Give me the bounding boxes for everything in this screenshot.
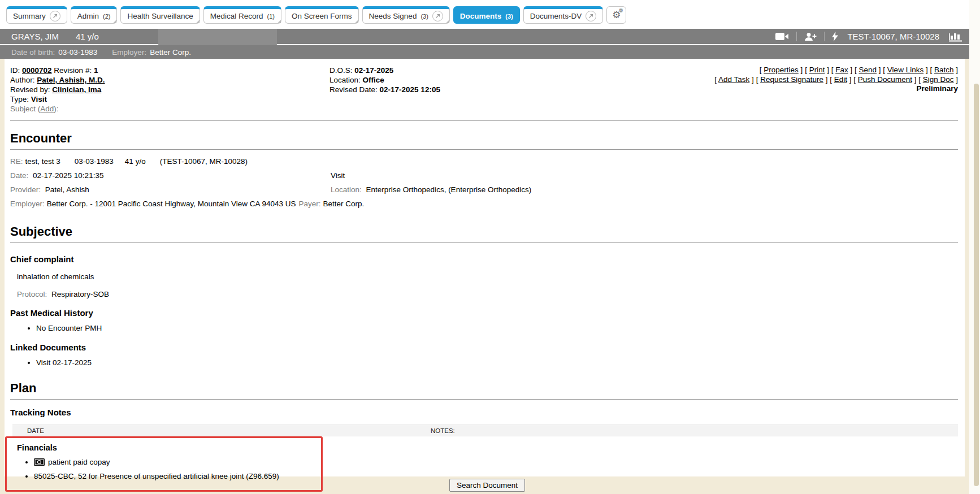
- author-label: Author:: [10, 76, 35, 84]
- payer-label: Payer:: [299, 200, 321, 208]
- dos-value: 02-17-2025: [354, 66, 393, 75]
- encounter-heading: Encounter: [10, 131, 958, 146]
- patient-name: GRAYS, JIM: [11, 32, 59, 41]
- lightning-bolt-icon[interactable]: [832, 32, 838, 41]
- external-link-icon: [50, 11, 60, 21]
- id-label: ID:: [10, 66, 20, 75]
- divider: [10, 149, 958, 150]
- type-label: Type:: [10, 95, 29, 103]
- divider: [796, 32, 797, 41]
- app-page: Summary Admin (2) Health Surveillance Me…: [0, 0, 980, 494]
- date-label: Date:: [10, 171, 28, 180]
- properties-link[interactable]: Properties: [764, 66, 799, 74]
- protocol-label: Protocol:: [17, 290, 47, 298]
- tab-label: Admin: [77, 12, 99, 20]
- edit-link[interactable]: Edit: [834, 75, 847, 84]
- action-links-row-1: Properties Print Fax Send View Links Bat…: [714, 66, 958, 75]
- tab-admin[interactable]: Admin (2): [71, 6, 118, 24]
- subject-label: Subject (: [10, 105, 40, 113]
- date-column-header: DATE: [27, 427, 44, 434]
- location-value: Office: [363, 76, 384, 84]
- divider: [10, 242, 958, 243]
- divider: [10, 399, 958, 400]
- list-item: Visit 02-17-2025: [36, 356, 958, 370]
- empty-patient-tab[interactable]: [158, 29, 277, 46]
- fax-link[interactable]: Fax: [835, 66, 848, 74]
- pmh-heading: Past Medical History: [10, 308, 958, 318]
- bar-chart-icon[interactable]: [948, 31, 962, 42]
- push-document-link[interactable]: Push Document: [858, 75, 912, 84]
- document-header: ID: 0000702 Revision #: 1 Author: Patel,…: [10, 66, 958, 121]
- money-bill-icon: [34, 458, 45, 466]
- revised-date-value: 02-17-2025 12:05: [380, 85, 440, 94]
- linked-documents-heading: Linked Documents: [10, 343, 958, 352]
- location-label: Location:: [329, 76, 361, 84]
- dos-label: D.O.S:: [329, 66, 353, 75]
- tab-documents[interactable]: Documents (3): [453, 6, 520, 24]
- author-link[interactable]: Patel, Ashish, M.D.: [37, 76, 105, 84]
- chief-complaint-heading: Chief complaint: [10, 254, 958, 264]
- plan-heading: Plan: [10, 381, 958, 396]
- financial-item-text: patient paid copay: [48, 458, 110, 466]
- notes-column-header: NOTES:: [431, 427, 455, 434]
- request-signature-link[interactable]: Request Signature: [760, 75, 823, 84]
- encounter-section: RE: test, test 3 03-03-1983 41 y/o (TEST…: [10, 154, 958, 211]
- provider-label: Provider:: [10, 185, 41, 194]
- chief-complaint-text: inhalation of chemicals: [17, 272, 958, 281]
- re-age: 41 y/o: [125, 157, 146, 166]
- tab-summary[interactable]: Summary: [6, 6, 67, 24]
- revision-label: Revision #:: [54, 66, 92, 75]
- list-item: 85025-CBC, 52 for Presence of unspecifie…: [34, 470, 321, 484]
- send-link[interactable]: Send: [859, 66, 877, 74]
- tab-medical-record[interactable]: Medical Record (1): [203, 6, 281, 24]
- scrollbar-thumb[interactable]: [974, 84, 979, 486]
- re-dob: 03-03-1983: [75, 157, 114, 166]
- patient-record-ids: TEST-10067, MR-10028: [847, 32, 939, 41]
- tab-health-surveillance[interactable]: Health Surveillance: [120, 6, 200, 24]
- revised-by-link[interactable]: Clinician, Ima: [52, 85, 101, 94]
- tab-needs-signed[interactable]: Needs Signed (3): [362, 6, 450, 24]
- print-link[interactable]: Print: [809, 66, 825, 74]
- provider-value: Patel, Ashish: [45, 185, 89, 194]
- subjective-heading: Subjective: [10, 224, 958, 239]
- re-label: RE:: [10, 157, 23, 166]
- cog-small-icon: ⚙: [618, 8, 623, 14]
- external-link-icon: [432, 11, 443, 21]
- tab-documents-dv[interactable]: Documents-DV: [523, 6, 604, 24]
- protocol-value: Respiratory-SOB: [51, 290, 109, 298]
- encounter-employer-label: Employer:: [10, 200, 45, 208]
- linked-documents-list: Visit 02-17-2025: [10, 356, 958, 370]
- tab-bar: Summary Admin (2) Health Surveillance Me…: [6, 6, 626, 24]
- scrollbar[interactable]: [969, 0, 980, 494]
- tab-label: Documents-DV: [530, 12, 582, 20]
- search-document-button[interactable]: Search Document: [449, 479, 525, 492]
- dob-value: 03-03-1983: [58, 48, 97, 57]
- batch-link[interactable]: Batch: [934, 66, 954, 74]
- encounter-location-value: Enterprise Orthopedics, (Enterprise Orth…: [366, 185, 532, 194]
- tab-label: On Screen Forms: [292, 12, 352, 20]
- add-person-icon[interactable]: [804, 32, 817, 41]
- tab-count: (1): [267, 13, 275, 20]
- subject-suffix: ):: [54, 105, 58, 113]
- tracking-notes-header-row: DATE NOTES:: [12, 424, 958, 436]
- view-links-link[interactable]: View Links: [887, 66, 923, 74]
- tab-label: Summary: [13, 12, 46, 20]
- re-record-ids: (TEST-10067, MR-10028): [160, 157, 248, 166]
- subject-add-link[interactable]: Add: [40, 105, 54, 113]
- sign-doc-link[interactable]: Sign Doc: [923, 75, 954, 84]
- document-status: Preliminary: [714, 84, 958, 94]
- encounter-location-label: Location:: [331, 185, 362, 194]
- settings-button[interactable]: ⚙ ⚙: [606, 6, 626, 24]
- tab-on-screen-forms[interactable]: On Screen Forms: [285, 6, 359, 24]
- tab-label: Needs Signed: [369, 12, 417, 20]
- tab-count: (3): [420, 13, 428, 20]
- add-task-link[interactable]: Add Task: [718, 75, 749, 84]
- tab-fold: [196, 20, 200, 23]
- document-id-link[interactable]: 0000702: [22, 66, 52, 75]
- document-actions: Properties Print Fax Send View Links Bat…: [714, 66, 958, 94]
- employer-label: Employer:: [112, 48, 146, 57]
- employer-value: Better Corp.: [150, 48, 191, 57]
- video-camera-icon[interactable]: [775, 32, 789, 41]
- tab-fold: [113, 20, 116, 23]
- financial-item-text: 85025-CBC, 52 for Presence of unspecifie…: [34, 472, 279, 480]
